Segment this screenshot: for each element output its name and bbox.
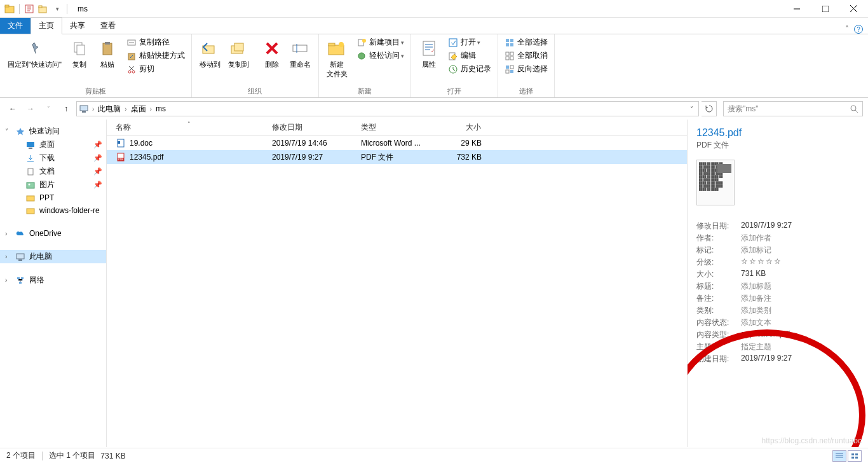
- paste-shortcut-button[interactable]: 粘贴快捷方式: [124, 49, 187, 62]
- nav-network[interactable]: ›网络: [0, 273, 106, 287]
- back-button[interactable]: ←: [5, 101, 20, 116]
- select-all-button[interactable]: 全部选择: [502, 36, 550, 49]
- paste-button[interactable]: 粘贴: [93, 36, 121, 72]
- svg-rect-34: [506, 57, 509, 60]
- selectall-icon: [505, 38, 515, 48]
- up-button[interactable]: ↑: [58, 101, 74, 116]
- svg-point-42: [851, 106, 856, 111]
- delete-button[interactable]: 删除: [258, 36, 286, 72]
- chevron-right-icon[interactable]: ›: [5, 230, 7, 237]
- view-icons-button[interactable]: [848, 450, 862, 462]
- recent-dropdown[interactable]: ˅: [41, 101, 56, 116]
- tab-home[interactable]: 主页: [31, 17, 62, 34]
- pin-icon: 📌: [93, 167, 102, 176]
- chevron-right-icon[interactable]: ›: [90, 106, 97, 113]
- breadcrumb-desktop[interactable]: 桌面: [130, 104, 147, 114]
- col-date[interactable]: 修改日期: [272, 122, 361, 133]
- pictures-icon: [25, 180, 36, 190]
- documents-icon: [25, 167, 36, 177]
- chevron-right-icon[interactable]: ›: [122, 106, 129, 113]
- prop-value-editable[interactable]: 添加备注: [741, 293, 771, 304]
- minimize-button[interactable]: [782, 0, 811, 18]
- copy-button[interactable]: 复制: [65, 36, 93, 72]
- move-to-button[interactable]: 移动到: [196, 36, 224, 72]
- label: 新建 文件夹: [327, 60, 348, 79]
- prop-value-editable[interactable]: 添加类别: [741, 305, 771, 316]
- chevron-down-icon[interactable]: ˅: [5, 128, 8, 135]
- svg-rect-53: [21, 277, 24, 279]
- breadcrumb-folder[interactable]: ms: [154, 104, 167, 113]
- svg-rect-44: [29, 148, 32, 149]
- qat-new-folder-icon[interactable]: [37, 3, 49, 15]
- col-type[interactable]: 类型: [361, 122, 437, 133]
- search-input[interactable]: 搜索"ms": [723, 101, 863, 116]
- invert-selection-button[interactable]: 反向选择: [502, 62, 550, 76]
- ribbon: 固定到"快速访问" 复制 粘贴 复制路径 粘贴快捷方式 剪切 剪贴板 移动到 复…: [0, 34, 868, 98]
- easy-access-button[interactable]: 轻松访问▾: [354, 49, 407, 62]
- chevron-right-icon[interactable]: ›: [147, 106, 154, 113]
- tab-view[interactable]: 查看: [93, 18, 123, 34]
- file-row[interactable]: 19.doc2019/7/19 14:46Microsoft Word ...2…: [107, 136, 687, 150]
- breadcrumb-pc[interactable]: 此电脑: [97, 104, 122, 114]
- col-size[interactable]: 大小: [437, 122, 488, 133]
- chevron-right-icon[interactable]: ›: [5, 277, 7, 284]
- svg-rect-40: [80, 106, 88, 111]
- open-button[interactable]: 打开▾: [445, 36, 494, 49]
- details-properties: 修改日期:2019/7/19 9:27 作者:添加作者 标记:添加标记 分级:☆…: [696, 221, 859, 364]
- breadcrumb[interactable]: › 此电脑 › 桌面 › ms ˅: [76, 101, 699, 116]
- edit-button[interactable]: 编辑: [445, 49, 494, 62]
- nav-onedrive[interactable]: ›OneDrive: [0, 227, 106, 240]
- view-details-button[interactable]: [832, 450, 846, 462]
- label: 重命名: [290, 60, 311, 69]
- qat-dropdown-icon[interactable]: ▾: [51, 3, 63, 15]
- history-button[interactable]: 历史记录: [445, 62, 494, 76]
- search-icon[interactable]: [850, 104, 858, 113]
- nav-this-pc[interactable]: ›此电脑: [0, 250, 106, 263]
- copy-path-button[interactable]: 复制路径: [124, 36, 187, 49]
- nav-downloads[interactable]: 下载📌: [0, 151, 106, 165]
- nav-ppt[interactable]: PPT: [0, 191, 106, 204]
- nav-documents[interactable]: 文档📌: [0, 165, 106, 178]
- label: 历史记录: [461, 64, 491, 74]
- prop-value-editable[interactable]: 添加标记: [741, 245, 771, 256]
- svg-rect-28: [506, 39, 509, 42]
- close-button[interactable]: [839, 0, 868, 18]
- col-name[interactable]: ˄名称: [107, 122, 272, 133]
- nav-wfr[interactable]: windows-folder-re: [0, 204, 106, 217]
- select-none-button[interactable]: 全部取消: [502, 49, 550, 62]
- prop-label: 类别:: [696, 305, 741, 316]
- new-item-button[interactable]: 新建项目▾: [354, 36, 407, 49]
- tab-share[interactable]: 共享: [62, 18, 93, 34]
- minimize-ribbon-icon[interactable]: ˄: [845, 25, 849, 34]
- file-row[interactable]: PDF12345.pdf2019/7/19 9:27PDF 文件732 KB: [107, 150, 687, 164]
- nav-desktop[interactable]: 桌面📌: [0, 138, 106, 151]
- prop-value-editable[interactable]: 添加作者: [741, 233, 771, 244]
- tab-file[interactable]: 文件: [0, 18, 31, 34]
- chevron-right-icon[interactable]: ›: [5, 253, 7, 260]
- prop-value-editable[interactable]: 添加标题: [741, 281, 771, 292]
- group-label: 选择: [502, 86, 550, 97]
- rating-stars[interactable]: ☆☆☆☆☆: [741, 257, 782, 268]
- copy-to-button[interactable]: 复制到: [224, 36, 253, 72]
- new-folder-button[interactable]: 新建 文件夹: [323, 36, 351, 81]
- label: 全部选择: [517, 37, 548, 48]
- nav-quick-access[interactable]: ˅快速访问: [0, 125, 106, 138]
- properties-button[interactable]: 属性: [415, 36, 443, 72]
- prop-value-editable[interactable]: 指定主题: [741, 342, 771, 352]
- nav-pictures[interactable]: 图片📌: [0, 178, 106, 191]
- prop-value-editable[interactable]: 添加文本: [741, 317, 771, 328]
- svg-rect-49: [27, 209, 34, 214]
- qat-properties-icon[interactable]: [24, 3, 35, 15]
- sort-asc-icon: ˄: [187, 121, 191, 127]
- navbar: ← → ˅ ↑ › 此电脑 › 桌面 › ms ˅ 搜索"ms": [0, 98, 868, 120]
- prop-label: 作者:: [696, 233, 741, 244]
- maximize-button[interactable]: [811, 0, 839, 18]
- cut-button[interactable]: 剪切: [124, 62, 187, 76]
- rename-button[interactable]: 重命名: [286, 36, 315, 72]
- help-icon[interactable]: ?: [854, 25, 863, 34]
- forward-button[interactable]: →: [23, 101, 38, 116]
- pdf-thumbnail[interactable]: ████ ██ ████ ████ ████ ██ ████████ ██ ██…: [696, 160, 735, 205]
- breadcrumb-dropdown-icon[interactable]: ˅: [686, 106, 697, 113]
- refresh-button[interactable]: [702, 101, 717, 116]
- pin-to-quick-access-button[interactable]: 固定到"快速访问": [4, 36, 65, 72]
